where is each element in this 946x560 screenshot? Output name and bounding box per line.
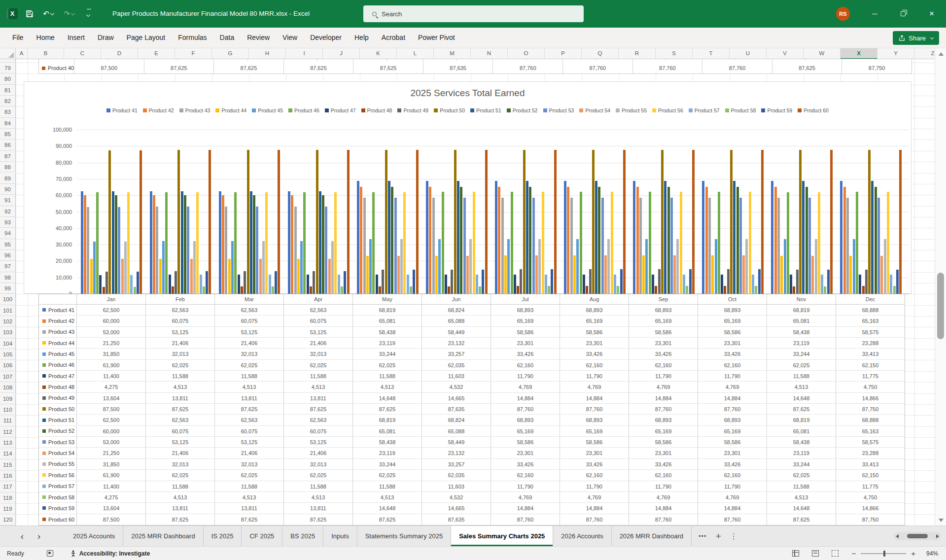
table-cell[interactable]: 33,426 xyxy=(560,459,629,469)
table-cell[interactable]: 13,604 xyxy=(74,59,144,63)
table-cell[interactable]: 4,750 xyxy=(836,492,905,502)
table-cell[interactable]: 58,586 xyxy=(560,327,629,337)
scroll-down-button[interactable] xyxy=(935,515,946,525)
zoom-slider-handle[interactable] xyxy=(883,551,885,557)
table-cell[interactable]: 62,025 xyxy=(215,360,284,370)
table-cell[interactable]: 65,169 xyxy=(629,426,698,436)
menu-tab-power-pivot[interactable]: Power Pivot xyxy=(412,28,461,48)
table-cell[interactable]: 87,500 xyxy=(77,514,146,525)
vertical-scrollbar-thumb[interactable] xyxy=(937,273,944,339)
table-cell[interactable]: 33,426 xyxy=(491,349,560,359)
table-cell[interactable]: 14,884 xyxy=(493,59,563,63)
table-cell[interactable]: 21,250 xyxy=(77,338,146,348)
column-header-G[interactable]: G xyxy=(212,48,249,59)
table-cell[interactable]: 62,160 xyxy=(560,470,629,480)
table-row[interactable]: Product 5260,00060,07560,07560,07565,081… xyxy=(39,426,905,437)
table-cell[interactable]: 4,769 xyxy=(629,492,698,502)
table-cell[interactable]: 4,513 xyxy=(146,492,215,502)
table-cell[interactable]: 23,301 xyxy=(560,448,629,458)
row-header-85[interactable]: 85 xyxy=(0,129,16,140)
table-row[interactable]: Product 4421,25021,40621,40621,40623,119… xyxy=(39,338,905,349)
table-row[interactable]: Product 5711,40011,58811,58811,58811,588… xyxy=(39,481,905,492)
table-cell[interactable]: 4,513 xyxy=(284,382,353,392)
table-cell[interactable]: 11,790 xyxy=(560,481,629,491)
column-header-Z[interactable]: Z xyxy=(914,48,935,59)
vertical-scrollbar[interactable] xyxy=(935,48,946,525)
table-row[interactable]: Product 5162,50062,56362,56362,56368,819… xyxy=(39,415,905,425)
table-cell[interactable]: 33,426 xyxy=(629,349,698,359)
table-cell[interactable]: 62,035 xyxy=(422,470,491,480)
table-cell[interactable]: 11,790 xyxy=(698,481,767,491)
table-cell[interactable]: 14,866 xyxy=(836,503,905,513)
table-cell[interactable]: 21,406 xyxy=(284,448,353,458)
table-cell[interactable]: 11,588 xyxy=(146,481,215,491)
table-cell[interactable]: 21,406 xyxy=(146,338,215,348)
row-header-110[interactable]: 110 xyxy=(0,404,16,415)
table-cell[interactable]: 87,750 xyxy=(836,514,905,525)
table-cell[interactable]: 11,790 xyxy=(698,371,767,381)
table-cell[interactable]: 58,449 xyxy=(422,437,491,447)
table-cell[interactable]: 4,275 xyxy=(77,382,146,392)
horizontal-scrollbar-thumb[interactable] xyxy=(907,534,928,538)
table-cell[interactable]: 21,406 xyxy=(215,338,284,348)
table-cell[interactable]: 13,604 xyxy=(77,393,146,403)
table-row[interactable]: Product 6087,50087,62587,62587,62587,625… xyxy=(39,514,905,525)
column-header-K[interactable]: K xyxy=(360,48,397,59)
table-cell[interactable]: 58,438 xyxy=(767,327,836,337)
table-cell[interactable]: 32,013 xyxy=(215,459,284,469)
table-cell[interactable]: 62,160 xyxy=(629,360,698,370)
menu-tab-view[interactable]: View xyxy=(276,28,304,48)
table-cell[interactable]: 11,400 xyxy=(77,481,146,491)
column-header-C[interactable]: C xyxy=(64,48,101,59)
table-cell[interactable]: 23,301 xyxy=(491,448,560,458)
table-cell[interactable]: 23,119 xyxy=(353,338,422,348)
table-cell[interactable]: 68,819 xyxy=(353,305,422,315)
table-cell[interactable]: 4,513 xyxy=(146,382,215,392)
table-row[interactable]: Product 5353,00053,12553,12553,12558,438… xyxy=(39,437,905,448)
table-cell[interactable]: 65,081 xyxy=(767,315,836,326)
table-cell[interactable]: 14,866 xyxy=(836,393,905,403)
table-cell[interactable]: 87,635 xyxy=(422,514,491,525)
table-cell[interactable]: 14,648 xyxy=(767,503,836,513)
table-cell[interactable]: 58,586 xyxy=(629,327,698,337)
menu-tab-help[interactable]: Help xyxy=(348,28,375,48)
row-header-79[interactable]: 79 xyxy=(0,63,16,73)
select-all-corner[interactable] xyxy=(0,48,16,59)
column-header-V[interactable]: V xyxy=(767,48,804,59)
sheet-nav-left-button[interactable]: ‹ xyxy=(14,526,31,546)
menu-tab-review[interactable]: Review xyxy=(241,28,276,48)
table-cell[interactable]: 13,811 xyxy=(146,503,215,513)
table-cell[interactable]: 53,000 xyxy=(77,437,146,447)
menu-tab-file[interactable]: File xyxy=(6,28,30,48)
table-cell[interactable]: 33,244 xyxy=(353,349,422,359)
table-cell[interactable]: 65,081 xyxy=(767,426,836,436)
table-cell[interactable]: 53,125 xyxy=(284,327,353,337)
table-cell[interactable]: 11,588 xyxy=(284,481,353,491)
table-cell[interactable]: 4,532 xyxy=(422,492,491,502)
table-cell[interactable]: 14,884 xyxy=(629,393,698,403)
menu-tab-insert[interactable]: Insert xyxy=(61,28,91,48)
table-cell[interactable]: 11,790 xyxy=(560,371,629,381)
table-cell[interactable]: 23,132 xyxy=(422,338,491,348)
table-cell[interactable]: 62,500 xyxy=(77,415,146,425)
table-cell[interactable]: 32,013 xyxy=(215,349,284,359)
page-layout-view-button[interactable] xyxy=(812,550,819,557)
scroll-right-icon[interactable] xyxy=(936,534,939,538)
table-row[interactable]: Product 4661,90062,02562,02562,02562,025… xyxy=(39,360,905,371)
row-header-114[interactable]: 114 xyxy=(0,448,16,459)
table-cell[interactable]: 58,586 xyxy=(491,327,560,337)
table-cell[interactable]: 65,081 xyxy=(353,315,422,326)
table-cell[interactable]: 11,588 xyxy=(767,481,836,491)
table-cell[interactable]: 62,025 xyxy=(284,470,353,480)
row-header-119[interactable]: 119 xyxy=(0,503,16,514)
table-cell[interactable]: 68,824 xyxy=(422,415,491,425)
row-header-80[interactable]: 80 xyxy=(0,73,16,84)
table-cell[interactable]: 14,866 xyxy=(842,59,911,63)
table-cell[interactable]: 23,301 xyxy=(629,338,698,348)
menu-tab-data[interactable]: Data xyxy=(213,28,241,48)
table-cell[interactable]: 53,125 xyxy=(284,437,353,447)
table-cell[interactable]: 4,513 xyxy=(215,492,284,502)
table-cell[interactable]: 87,760 xyxy=(629,404,698,414)
table-cell[interactable]: 58,575 xyxy=(836,437,905,447)
row-header-84[interactable]: 84 xyxy=(0,118,16,129)
